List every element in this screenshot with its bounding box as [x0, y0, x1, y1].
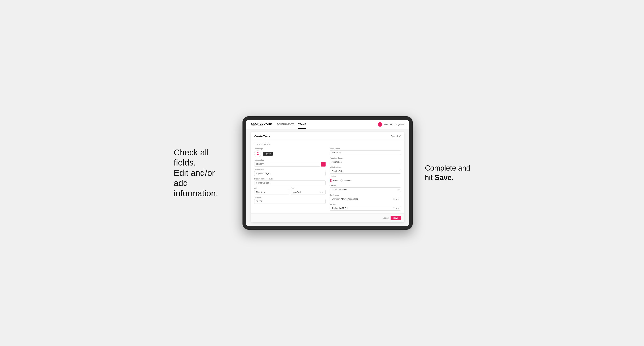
left-annotation: Check all fields.Edit and/or addinformat… [174, 148, 230, 198]
gender-womens-option[interactable]: Womens [340, 179, 352, 182]
right-annotation-text: Complete andhit Save. [425, 164, 470, 182]
footer-cancel-button[interactable]: Cancel [383, 217, 389, 219]
state-dropdown[interactable]: New York ✕ ⌄ [291, 190, 326, 194]
page-wrapper: Check all fields.Edit and/or addinformat… [8, 116, 636, 230]
logo-sub: Powered by clippd [251, 125, 272, 127]
zip-code-group: Zip code [254, 196, 326, 204]
tablet-screen: SCOREBOARD Powered by clippd TOURNAMENTS… [246, 120, 409, 226]
gender-womens-label: Womens [344, 179, 352, 182]
gender-mens-option[interactable]: Mens [330, 179, 338, 182]
athletic-director-label: Athletic Director [330, 166, 401, 168]
head-coach-group: Head Coach [330, 148, 401, 155]
city-state-group: City State New York [254, 187, 326, 194]
division-select[interactable]: NCAA Division III [330, 187, 401, 192]
assistant-coach-group: Assistant Coach [330, 157, 401, 164]
conference-controls: ✕ ▲▼ [393, 198, 399, 200]
conference-value: University Athletic Association [332, 198, 393, 200]
create-team-modal: Create Team Cancel ✕ TEAM DETAILS [251, 132, 404, 222]
nav-user-label: Test User | [384, 123, 394, 126]
logo-upload-row: C Upload [254, 150, 326, 157]
division-label: Division [330, 185, 401, 187]
gender-womens-radio[interactable] [340, 179, 343, 182]
nav-right: T Test User | Sign out [378, 122, 404, 127]
gender-mens-label: Mens [333, 179, 338, 182]
region-controls: ✕ ▲▼ [393, 207, 399, 209]
content-area: Create Team Cancel ✕ TEAM DETAILS [246, 129, 409, 226]
color-swatch[interactable] [321, 162, 326, 167]
nav-avatar: T [378, 122, 382, 127]
logo-main: SCOREBOARD [251, 122, 272, 125]
division-select-wrapper: NCAA Division III ▲▼ [330, 187, 401, 192]
region-label: Region [330, 203, 401, 205]
close-icon[interactable]: ✕ [398, 135, 401, 138]
conference-dropdown[interactable]: University Athletic Association ✕ ▲▼ [330, 197, 401, 201]
team-logo-section: Team logo C Upload [254, 148, 326, 157]
conference-label: Conference [330, 194, 401, 196]
display-name-input[interactable] [254, 180, 326, 185]
region-dropdown[interactable]: Region II - (M) DIII ✕ ▲▼ [330, 206, 401, 211]
city-field-group: City [254, 187, 289, 194]
division-group: Division NCAA Division III ▲▼ [330, 185, 401, 192]
state-field-group: State New York ✕ ⌄ [291, 187, 326, 194]
nav-bar: SCOREBOARD Powered by clippd TOURNAMENTS… [246, 120, 409, 129]
region-arrow-icon[interactable]: ▲▼ [396, 207, 399, 209]
cancel-label: Cancel [391, 135, 398, 137]
modal-header: Create Team Cancel ✕ [251, 132, 404, 141]
modal-title: Create Team [254, 135, 270, 138]
gender-label: Gender [330, 176, 401, 178]
section-label: TEAM DETAILS [254, 143, 401, 145]
modal-body: TEAM DETAILS Team logo C Upload [251, 141, 404, 213]
assistant-coach-label: Assistant Coach [330, 157, 401, 159]
nav-teams[interactable]: TEAMS [298, 120, 306, 129]
state-arrow-icon[interactable]: ⌄ [322, 191, 324, 193]
save-emphasis: Save [434, 173, 452, 182]
gender-mens-radio[interactable] [330, 179, 332, 182]
state-controls: ✕ ⌄ [320, 191, 324, 193]
city-label: City [254, 187, 289, 189]
display-name-group: Display name (unique) [254, 178, 326, 185]
gender-radio-group: Mens Womens [330, 178, 401, 183]
upload-button[interactable]: Upload [263, 152, 273, 156]
team-colour-group: Team colour [254, 159, 326, 167]
team-colour-label: Team colour [254, 159, 326, 161]
display-name-label: Display name (unique) [254, 178, 326, 180]
state-clear-icon[interactable]: ✕ [320, 191, 322, 193]
team-name-group: Team name [254, 169, 326, 176]
right-annotation: Complete andhit Save. [425, 164, 470, 182]
head-coach-label: Head Coach [330, 148, 401, 150]
assistant-coach-input[interactable] [330, 160, 401, 164]
team-name-input[interactable] [254, 171, 326, 176]
modal-footer: Cancel Save [251, 213, 404, 222]
state-value: New York [292, 191, 320, 193]
city-state-row: City State New York [254, 187, 326, 194]
form-right: Head Coach Assistant Coach [330, 148, 401, 211]
athletic-director-group: Athletic Director [330, 166, 401, 173]
footer-save-button[interactable]: Save [390, 216, 401, 220]
conference-arrow-icon[interactable]: ▲▼ [396, 198, 399, 200]
zip-input[interactable] [254, 199, 326, 204]
head-coach-input[interactable] [330, 150, 401, 155]
tablet-frame: SCOREBOARD Powered by clippd TOURNAMENTS… [242, 116, 413, 230]
sign-out-button[interactable]: Sign out [396, 123, 404, 126]
team-name-label: Team name [254, 169, 326, 171]
region-value: Region II - (M) DIII [332, 207, 393, 209]
nav-links: TOURNAMENTS TEAMS [277, 120, 373, 129]
state-label: State [291, 187, 326, 189]
annotation-text: Check all fields.Edit and/or addinformat… [174, 148, 218, 198]
logo-circle: C [254, 150, 261, 157]
athletic-director-input[interactable] [330, 169, 401, 173]
city-input[interactable] [254, 190, 289, 194]
team-colour-input[interactable] [254, 162, 320, 167]
zip-label: Zip code [254, 196, 326, 198]
conference-group: Conference University Athletic Associati… [330, 194, 401, 201]
nav-logo: SCOREBOARD Powered by clippd [251, 122, 272, 127]
form-grid: Team logo C Upload Team colour [254, 148, 401, 211]
region-group: Region Region II - (M) DIII ✕ ▲▼ [330, 203, 401, 211]
gender-group: Gender Mens Womens [330, 176, 401, 183]
color-input-row [254, 162, 326, 167]
nav-tournaments[interactable]: TOURNAMENTS [277, 120, 294, 129]
team-logo-label: Team logo [254, 148, 326, 150]
modal-close-button[interactable]: Cancel ✕ [391, 135, 401, 138]
region-clear-icon[interactable]: ✕ [393, 207, 395, 209]
conference-clear-icon[interactable]: ✕ [393, 198, 395, 200]
